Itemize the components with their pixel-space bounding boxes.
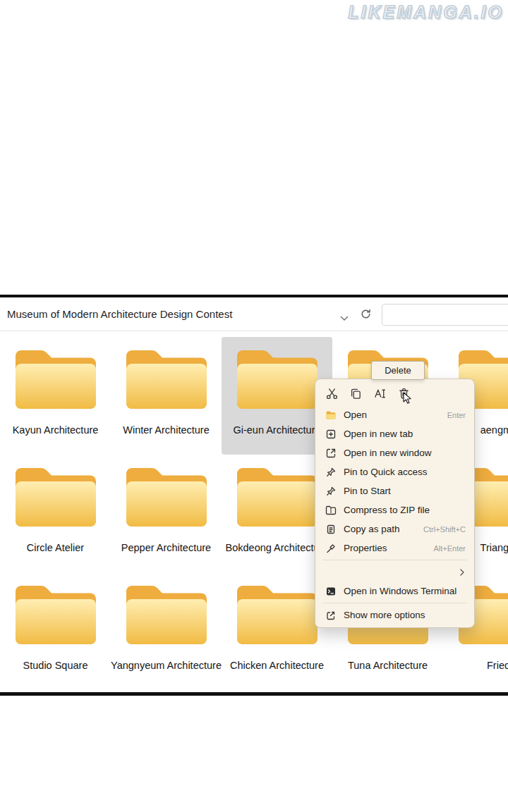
submenu-chevron-icon	[459, 569, 466, 576]
refresh-icon[interactable]	[360, 308, 372, 323]
rename-icon[interactable]	[373, 386, 387, 400]
copy-icon[interactable]	[349, 386, 363, 400]
folder-icon	[230, 341, 325, 419]
folder-icon	[325, 410, 337, 421]
menu-item-properties[interactable]: Properties Alt+Enter	[318, 539, 471, 558]
menu-item-open[interactable]: Open Enter	[318, 405, 471, 424]
folder-label: Studio Square	[23, 660, 88, 671]
menu-separator	[322, 560, 467, 560]
site-watermark: LIKEMANGA.IO	[348, 2, 504, 23]
menu-item-pin-start[interactable]: Pin to Start	[318, 481, 471, 500]
menu-item-shortcut: Alt+Enter	[433, 544, 466, 553]
menu-item-label: Open	[344, 410, 367, 420]
context-menu-toolbar	[318, 382, 471, 405]
cut-icon[interactable]	[325, 386, 339, 400]
folder-label: Pepper Architecture	[121, 542, 211, 553]
copy-path-icon	[325, 524, 337, 535]
folder-label: Bokdeong Architecture	[226, 542, 329, 553]
menu-item-label: Properties	[344, 543, 387, 553]
folder-item[interactable]: Yangnyeum Architecture	[111, 572, 222, 690]
search-input[interactable]	[382, 304, 508, 326]
menu-item-label: Open in Windows Terminal	[344, 586, 456, 596]
zip-folder-icon	[325, 505, 337, 516]
menu-item-pin-quick-access[interactable]: Pin to Quick access	[318, 462, 471, 481]
folder-label: Fried	[487, 660, 508, 671]
folder-icon	[8, 459, 103, 536]
folder-icon	[230, 459, 325, 536]
folder-icon	[119, 459, 214, 536]
chevron-down-icon[interactable]	[340, 312, 349, 324]
folder-icon	[8, 341, 103, 419]
menu-item-open-new-tab[interactable]: Open in new tab	[318, 424, 471, 443]
menu-item-shortcut: Enter	[447, 411, 466, 419]
folder-label: Chicken Architecture	[230, 660, 324, 671]
folder-icon	[119, 577, 214, 654]
folder-item[interactable]: Pepper Architecture	[111, 455, 222, 572]
folder-label: Circle Atelier	[27, 542, 84, 553]
menu-separator	[322, 603, 467, 603]
context-menu: Open Enter Open in new tab Open in new w…	[315, 379, 475, 628]
menu-item-copy-as-path[interactable]: Copy as path Ctrl+Shift+C	[318, 519, 471, 539]
folder-icon	[230, 577, 325, 654]
folder-icon	[119, 341, 214, 419]
folder-item[interactable]: Kayun Architecture	[0, 337, 111, 455]
menu-item-submenu[interactable]	[318, 562, 471, 582]
address-path[interactable]: Museum of Modern Architecture Design Con…	[7, 297, 232, 331]
pin-icon	[325, 467, 337, 478]
folder-item[interactable]: Winter Architecture	[111, 337, 222, 455]
folder-item[interactable]: Circle Atelier	[0, 455, 111, 572]
menu-item-open-new-window[interactable]: Open in new window	[318, 443, 471, 462]
folder-label: aengmy	[480, 424, 508, 436]
menu-item-label: Pin to Quick access	[344, 467, 428, 477]
folder-label: Kayun Architecture	[13, 424, 99, 436]
folder-label: Tuna Architecture	[348, 660, 428, 671]
menu-item-label: Show more options	[344, 610, 425, 620]
folder-icon	[8, 577, 103, 654]
folder-item[interactable]: Studio Square	[0, 572, 111, 690]
menu-item-label: Open in new tab	[344, 429, 413, 439]
folder-label: Triangle	[480, 542, 508, 553]
page: LIKEMANGA.IO Museum of Modern Architectu…	[0, 0, 508, 812]
menu-item-label: Copy as path	[344, 524, 400, 534]
menu-item-shortcut: Ctrl+Shift+C	[423, 525, 466, 534]
folder-label: Yangnyeum Architecture	[111, 660, 222, 671]
properties-icon	[325, 543, 337, 554]
folder-label: Winter Architecture	[123, 424, 210, 436]
address-bar: Museum of Modern Architecture Design Con…	[0, 297, 508, 331]
menu-item-show-more[interactable]: Show more options	[318, 605, 471, 625]
menu-item-label: Open in new window	[344, 448, 432, 458]
menu-item-open-terminal[interactable]: Open in Windows Terminal	[318, 582, 471, 601]
pin-icon	[325, 486, 337, 497]
folder-label: Gi-eun Architecture	[233, 424, 320, 436]
menu-item-label: Compress to ZIP file	[344, 505, 430, 515]
bottom-divider	[0, 692, 508, 696]
delete-tooltip: Delete	[371, 361, 425, 380]
terminal-icon	[325, 586, 337, 597]
new-tab-icon	[325, 429, 337, 440]
new-window-icon	[325, 448, 337, 459]
menu-item-compress-zip[interactable]: Compress to ZIP file	[318, 500, 471, 519]
mouse-cursor	[403, 392, 414, 405]
menu-item-label: Pin to Start	[344, 486, 391, 496]
more-options-icon	[325, 610, 337, 621]
